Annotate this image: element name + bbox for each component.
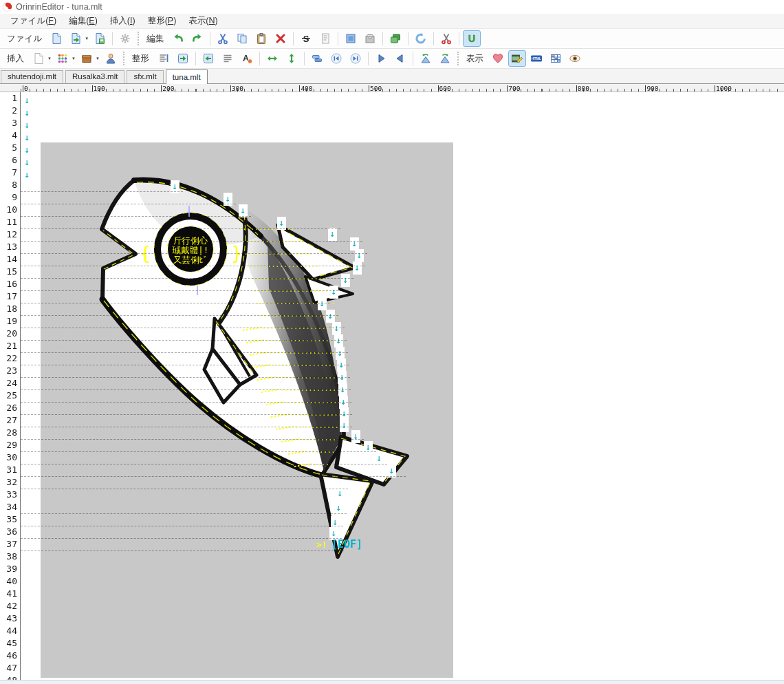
layers-button[interactable] — [386, 30, 404, 47]
memo-button[interactable] — [316, 30, 334, 47]
rotate-icon — [415, 32, 427, 45]
grid-icon — [549, 52, 562, 65]
newline-marker: ↓ — [23, 156, 32, 169]
row-guide-line — [21, 228, 340, 229]
row-guide-line — [21, 451, 376, 452]
skip-start-button[interactable] — [327, 50, 345, 67]
insert-palette-button[interactable] — [54, 50, 72, 67]
toolbar-grip[interactable] — [138, 32, 140, 45]
shift-left-button[interactable] — [199, 50, 217, 67]
shift-right-button[interactable] — [174, 50, 192, 67]
box-arrow-left-icon — [202, 52, 215, 65]
justify-button[interactable] — [219, 50, 237, 67]
row-guide-line — [21, 389, 351, 390]
insert-palette-dropdown[interactable]: ▼ — [72, 56, 76, 61]
line-number: 47 — [0, 662, 20, 674]
step-left-button[interactable] — [391, 50, 409, 67]
rotate-button[interactable] — [412, 30, 430, 47]
cut-button[interactable] — [214, 30, 232, 47]
insert-box-button[interactable] — [78, 50, 96, 67]
strikethrough-button[interactable]: S — [297, 30, 315, 47]
redo-button[interactable] — [188, 30, 206, 47]
unicode-toggle-button[interactable]: U — [463, 30, 481, 47]
line-number: 8 — [0, 179, 20, 191]
open-file-button[interactable] — [67, 30, 85, 47]
layout-bars-button[interactable] — [308, 50, 326, 67]
paste-button[interactable] — [252, 30, 270, 47]
line-number: 6 — [0, 154, 20, 167]
separator — [338, 32, 338, 45]
expand-vertical-button[interactable] — [283, 50, 301, 67]
newline-marker: ↓ — [340, 419, 349, 432]
line-number: 26 — [0, 402, 20, 414]
row-guide-line — [21, 303, 330, 303]
grid-view-button[interactable] — [547, 50, 565, 67]
row-guide-line — [21, 402, 351, 403]
line-number: 23 — [0, 365, 20, 377]
application-window: OrinrinEditor - tuna.mlt ファイル(F)編集(E)挿入(… — [0, 0, 784, 684]
separator — [413, 52, 413, 65]
undo-button[interactable] — [169, 30, 187, 47]
toolbar-group-label-file: ファイル — [7, 33, 42, 45]
tab-Rusalka3.mlt[interactable]: Rusalka3.mlt — [65, 70, 124, 83]
settings-button[interactable] — [116, 30, 134, 47]
save-file-button[interactable] — [91, 30, 109, 47]
eye-icon — [569, 52, 581, 65]
line-number: 15 — [0, 266, 20, 278]
newline-marker: ↓ — [23, 144, 32, 157]
package-button[interactable] — [361, 30, 379, 47]
delete-button[interactable] — [272, 30, 290, 47]
font-check-button[interactable]: A — [238, 50, 256, 67]
insert-person-button[interactable] — [102, 50, 120, 67]
favorite-button[interactable] — [489, 50, 507, 67]
line-number: 19 — [0, 315, 20, 328]
toolbar-group-label-format: 整形 — [132, 53, 149, 65]
newline-marker: ↓ — [329, 286, 338, 299]
new-file-button[interactable] — [47, 30, 65, 47]
insert-page-dropdown[interactable]: ▼ — [47, 56, 52, 61]
tab-bar: shutendoji.mltRusalka3.mltsfx.mlttuna.ml… — [0, 69, 784, 84]
preview-toggle-button[interactable] — [508, 50, 526, 67]
clipboard-icon — [255, 32, 268, 45]
tab-sfx.mlt[interactable]: sfx.mlt — [127, 70, 163, 83]
expand-horizontal-button[interactable] — [263, 50, 281, 67]
line-number: 9 — [0, 191, 20, 204]
row-guide-line — [21, 290, 342, 291]
ruler-major-tick: 900 — [645, 85, 646, 92]
step-right-button[interactable] — [372, 50, 390, 67]
window-title: OrinrinEditor - tuna.mlt — [16, 2, 102, 12]
menu-item[interactable]: 整形(P) — [142, 14, 183, 28]
line-number: 11 — [0, 216, 20, 228]
newline-marker: ↓ — [326, 310, 335, 323]
insert-page-button[interactable] — [30, 50, 47, 67]
snip-button[interactable] — [437, 30, 455, 47]
row-guide-line — [21, 266, 365, 266]
menu-item[interactable]: 表示(N) — [182, 14, 224, 28]
eye-view-button[interactable] — [566, 50, 584, 67]
html-view-button[interactable]: HTML — [527, 50, 545, 67]
line-number: 13 — [0, 241, 20, 253]
gear-icon — [119, 32, 131, 45]
flip-left-button[interactable] — [417, 50, 435, 67]
tab-tuna.mlt[interactable]: tuna.mlt — [166, 70, 208, 84]
open-file-dropdown[interactable]: ▼ — [85, 36, 89, 41]
align-edge-button[interactable] — [155, 50, 173, 67]
menu-item[interactable]: ファイル(F) — [4, 14, 63, 28]
select-region-button[interactable] — [342, 30, 360, 47]
justify-lines-icon — [221, 52, 234, 65]
menu-bar: ファイル(F)編集(E)挿入(I)整形(P)表示(N) — [0, 14, 784, 29]
insert-box-dropdown[interactable]: ▼ — [96, 56, 100, 61]
toolbar-grip[interactable] — [123, 52, 125, 65]
horizontal-scrollbar[interactable] — [0, 680, 784, 684]
tab-shutendoji.mlt[interactable]: shutendoji.mlt — [1, 70, 63, 83]
ruler-major-tick: 700 — [507, 85, 508, 92]
undo-icon — [172, 32, 184, 45]
menu-item[interactable]: 編集(E) — [63, 14, 104, 28]
menu-item[interactable]: 挿入(I) — [104, 14, 142, 28]
skip-end-button[interactable] — [347, 50, 364, 67]
toolbar-grip[interactable] — [457, 52, 459, 65]
edit-canvas[interactable]: 斤行俐心 珹戴體|! 又芸俐ﾋﾞ { } ↓↓↓↓↓↓↓↓↓↓↓↓↓↓↓↓↓↓↓… — [21, 92, 784, 680]
copy-button[interactable] — [233, 30, 251, 47]
flip-right-button[interactable] — [436, 50, 454, 67]
newline-marker: ↓ — [23, 94, 32, 107]
